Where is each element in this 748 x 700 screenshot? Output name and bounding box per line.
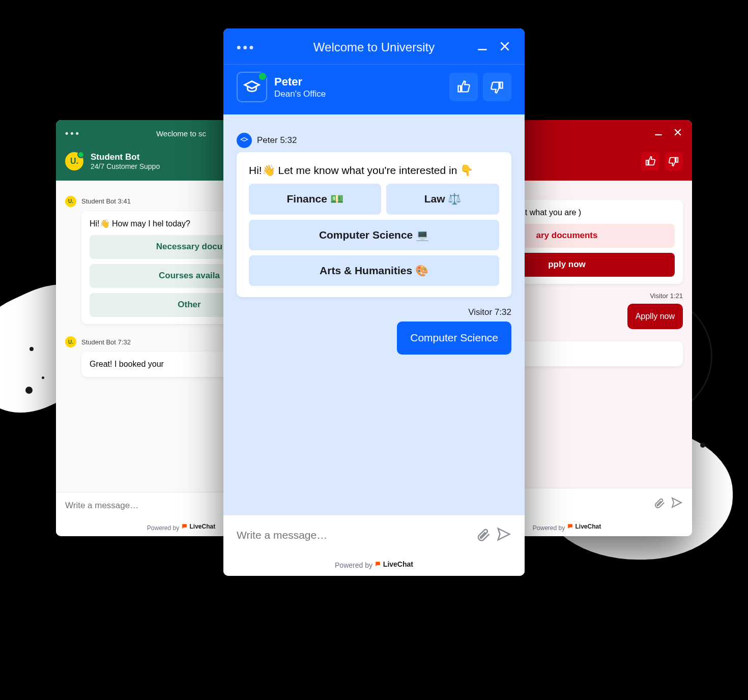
menu-dots-icon[interactable]: ••• [237, 40, 255, 54]
quick-reply-chip[interactable]: Law ⚖️ [386, 184, 499, 214]
thumbs-up-button[interactable] [449, 73, 478, 101]
user-message: Computer Science [397, 322, 511, 354]
mini-avatar-icon: U. [65, 336, 76, 347]
close-icon[interactable] [498, 40, 511, 55]
message-input[interactable] [237, 529, 471, 541]
thumbs-up-button[interactable] [641, 152, 659, 170]
graduation-cap-icon [243, 78, 261, 96]
user-message: Applly now [627, 304, 683, 329]
livechat-logo: LiveChat [375, 560, 413, 568]
message-text: Hi!👋 Let me know what you're interested … [249, 163, 499, 178]
livechat-logo: LiveChat [567, 523, 601, 530]
close-icon[interactable] [673, 127, 683, 139]
mini-avatar-icon [237, 133, 252, 148]
status-dot-icon [258, 72, 267, 81]
bg-dot [42, 376, 44, 379]
bg-dot [700, 443, 705, 448]
status-dot-icon [77, 151, 84, 158]
minimize-icon[interactable] [476, 40, 489, 55]
bot-message: Hi!👋 Let me know what you're interested … [237, 152, 511, 297]
quick-reply-chip[interactable]: Finance 💵 [249, 184, 381, 214]
send-icon[interactable] [496, 527, 511, 544]
send-icon[interactable] [671, 497, 683, 511]
minimize-icon[interactable] [653, 127, 664, 139]
agent-role: Dean's Office [274, 89, 326, 99]
agent-avatar [237, 72, 267, 102]
livechat-logo: LiveChat [181, 523, 216, 530]
bg-dot [25, 387, 33, 394]
message-meta: Visitor 7:32 [237, 307, 511, 317]
agent-name: Student Bot [91, 152, 160, 162]
agent-name: Peter [274, 75, 326, 89]
widget-title: Weclome to sc [156, 129, 206, 138]
mini-avatar-icon: U. [65, 196, 76, 207]
menu-dots-icon[interactable]: ••• [65, 128, 81, 139]
agent-role: 24/7 Customer Suppo [91, 162, 160, 171]
thumbs-down-button[interactable] [665, 152, 683, 170]
attachment-icon[interactable] [653, 497, 666, 511]
widget-title: Welcome to University [313, 40, 435, 54]
quick-reply-chip[interactable]: Computer Science 💻 [249, 220, 499, 250]
avatar-badge: U. [70, 157, 78, 166]
message-meta: Peter 5:32 [237, 133, 511, 148]
attachment-icon[interactable] [476, 527, 491, 544]
quick-reply-chip[interactable]: Arts & Humanities 🎨 [249, 255, 499, 286]
chat-widget-blue: ••• Welcome to University Peter Dean's O… [223, 28, 525, 576]
thumbs-down-button[interactable] [483, 73, 511, 101]
bg-dot [30, 347, 34, 351]
agent-avatar: U. [65, 152, 83, 170]
powered-by: Powered by LiveChat [223, 555, 525, 576]
